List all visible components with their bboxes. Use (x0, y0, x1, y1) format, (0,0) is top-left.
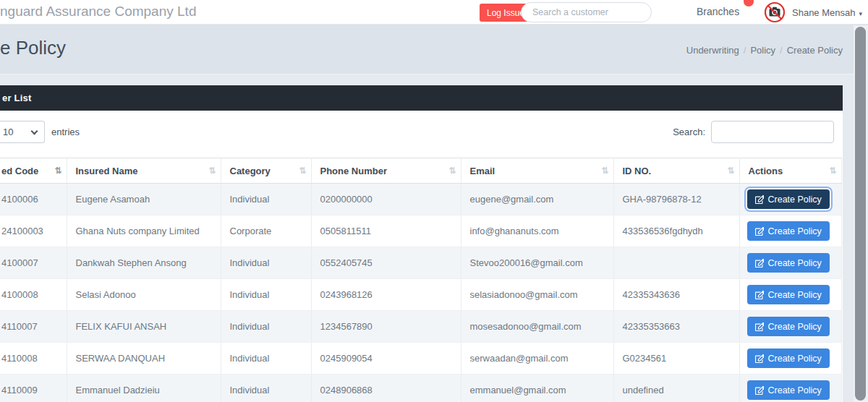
cell-insured-name: SERWAA DANQUAH (67, 343, 221, 375)
column-header-phone-number[interactable]: Phone Number⇅ (311, 158, 461, 184)
user-name: Shane Mensah (792, 7, 855, 18)
brand-title: nguard Assurance Company Ltd (0, 4, 196, 20)
customer-search-input[interactable] (521, 2, 652, 22)
edit-icon (755, 195, 764, 204)
edit-icon (755, 322, 764, 331)
user-menu[interactable]: Shane Mensah▾ (792, 7, 862, 18)
entries-length-control: 10 entries (0, 121, 80, 143)
cell-insured-name: Eugene Asamoah (67, 184, 221, 215)
sort-icon: ⇅ (601, 166, 608, 176)
create-policy-label: Create Policy (768, 194, 822, 205)
create-policy-label: Create Policy (768, 354, 822, 364)
page-title: e Policy (0, 37, 66, 59)
cell-actions: Create Policy (739, 343, 841, 375)
column-header-label: Actions (749, 166, 783, 176)
cell-insured-code: 4110007 (0, 311, 67, 343)
customer-table-body: 4100006Eugene AsamoahIndividual020000000… (0, 184, 841, 402)
cell-id-no: 42335353663 (613, 311, 739, 343)
column-header-label: Phone Number (320, 166, 387, 176)
cell-id-no (613, 247, 739, 279)
cell-insured-code: 4100007 (0, 247, 67, 279)
column-header-id-no[interactable]: ID NO.⇅ (613, 158, 739, 184)
card-body: 10 entries Search: ed Code⇅Insured Name⇅… (0, 111, 843, 402)
sort-icon: ⇅ (829, 166, 836, 176)
edit-icon (755, 227, 764, 236)
broken-image-avatar-icon[interactable] (764, 1, 786, 23)
create-policy-button[interactable]: Create Policy (747, 221, 830, 241)
cell-phone-number: 1234567890 (311, 311, 461, 343)
cell-phone-number: 0552405745 (311, 247, 461, 279)
table-row: 4110008SERWAA DANQUAHIndividual024590905… (0, 343, 841, 375)
sort-icon: ⇅ (727, 166, 734, 176)
breadcrumb-item[interactable]: Create Policy (787, 45, 843, 56)
vertical-scrollbar-track[interactable] (854, 25, 868, 402)
breadcrumb-item[interactable]: Policy (750, 45, 775, 56)
create-policy-button[interactable]: Create Policy (747, 380, 830, 400)
entries-label: entries (51, 127, 80, 137)
sort-icon: ⇅ (299, 166, 306, 176)
create-policy-button[interactable]: Create Policy (747, 317, 830, 336)
table-search-input[interactable] (711, 121, 834, 143)
cell-category: Individual (221, 247, 311, 279)
top-navbar: nguard Assurance Company Ltd Log Issue B… (0, 0, 868, 25)
column-header-insured-code[interactable]: ed Code⇅ (0, 158, 67, 184)
create-policy-button[interactable]: Create Policy (747, 348, 830, 368)
create-policy-label: Create Policy (768, 226, 822, 236)
cell-insured-code: 4100006 (0, 184, 67, 215)
cell-insured-name: Ghana Nuts company Limited (67, 215, 221, 247)
branches-link[interactable]: Branches (697, 6, 739, 17)
sort-icon: ⇅ (54, 166, 61, 176)
cell-email: mosesadonoo@gmail.com (461, 311, 613, 343)
cell-category: Individual (221, 343, 311, 375)
table-controls: 10 entries Search: (0, 121, 843, 143)
table-search-control: Search: (673, 121, 834, 143)
cell-email: emmanuel@gmail.com (461, 375, 613, 402)
cell-id-no: GHA-98796878-12 (613, 184, 739, 215)
card-header-title: er List (2, 93, 31, 103)
cell-actions: Create Policy (739, 215, 841, 247)
caret-down-icon: ▾ (859, 10, 862, 17)
breadcrumb-item[interactable]: Underwriting (686, 45, 739, 56)
cell-email: eugene@gmail.com (461, 184, 613, 215)
cell-category: Individual (221, 375, 311, 402)
cell-insured-code: 4100008 (0, 279, 67, 311)
create-policy-button[interactable]: Create Policy (747, 189, 830, 209)
table-search-label: Search: (673, 127, 705, 137)
cell-phone-number: 0505811511 (311, 215, 461, 247)
card-header: er List (0, 85, 843, 111)
breadcrumb: Underwriting/Policy/Create Policy (686, 45, 843, 56)
cell-insured-name: FELIX KAFUI ANSAH (67, 311, 221, 343)
cell-insured-code: 4110008 (0, 343, 67, 375)
sort-icon: ⇅ (208, 166, 216, 176)
column-header-insured-name[interactable]: Insured Name⇅ (67, 158, 221, 184)
table-row: 4110009Emmanuel DadzieiuIndividual024890… (0, 375, 841, 402)
table-row: 4100007Dankwah Stephen AnsongIndividual0… (0, 247, 841, 279)
cell-insured-code: 24100003 (0, 215, 67, 247)
create-policy-button[interactable]: Create Policy (747, 253, 830, 273)
cell-id-no: G0234561 (613, 343, 739, 375)
cell-email: Stevoo200016@gmail.com (461, 247, 613, 279)
sort-icon: ⇅ (448, 166, 456, 176)
column-header-actions[interactable]: Actions⇅ (739, 158, 841, 184)
create-policy-button[interactable]: Create Policy (747, 285, 830, 304)
column-header-label: ID NO. (623, 166, 652, 176)
cell-phone-number: 0243968126 (311, 279, 461, 311)
table-row: 4100008Selasi AdonooIndividual0243968126… (0, 279, 841, 311)
table-row: 24100003Ghana Nuts company LimitedCorpor… (0, 215, 841, 247)
cell-insured-name: Selasi Adonoo (67, 279, 221, 311)
cell-email: info@ghananuts.com (461, 215, 613, 247)
cell-category: Individual (221, 279, 311, 311)
create-policy-label: Create Policy (768, 290, 822, 300)
edit-icon (755, 386, 764, 395)
cell-phone-number: 0245909054 (311, 343, 461, 375)
column-header-email[interactable]: Email⇅ (461, 158, 613, 184)
table-row: 4110007FELIX KAFUI ANSAHIndividual123456… (0, 311, 841, 343)
breadcrumb-separator: / (744, 45, 746, 56)
create-policy-label: Create Policy (768, 322, 822, 332)
cell-id-no: 433536536fgdhydh (613, 215, 739, 247)
vertical-scrollbar-thumb[interactable] (855, 27, 866, 401)
entries-per-page-select[interactable]: 10 (0, 121, 45, 143)
cell-phone-number: 0200000000 (311, 184, 461, 215)
column-header-category[interactable]: Category⇅ (221, 158, 311, 184)
create-policy-label: Create Policy (768, 258, 822, 268)
